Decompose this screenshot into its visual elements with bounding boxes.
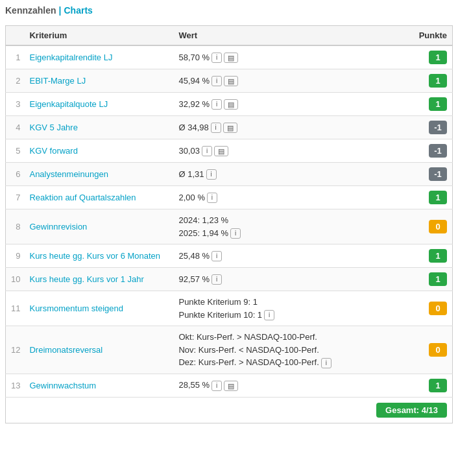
cell-kriterium[interactable]: Eigenkapitalrendite LJ — [24, 45, 173, 69]
wert-line: 32,92 %i▤ — [178, 98, 402, 111]
chart-icon[interactable]: ▤ — [224, 76, 238, 86]
cell-punkte: 1 — [407, 93, 453, 116]
cell-kriterium[interactable]: Kurs heute gg. Kurs vor 6 Monaten — [24, 244, 173, 268]
wert-line: 28,55 %i▤ — [178, 379, 402, 392]
table-row: 8Gewinnrevision2024: 1,23 %2025: 1,94 %i… — [6, 209, 453, 244]
table-row: 7Reaktion auf Quartalszahlen2,00 %i1 — [6, 186, 453, 209]
cell-num: 7 — [6, 186, 25, 209]
charts-link[interactable]: Charts — [64, 5, 93, 16]
wert-line: Dez: Kurs-Perf. > NASDAQ-100-Perf.i — [178, 356, 402, 369]
info-icon[interactable]: i — [321, 358, 331, 368]
cell-wert: Ø 1,31i — [173, 163, 407, 186]
wert-line: Punkte Kriterium 9: 1 — [178, 296, 402, 309]
info-icon[interactable]: i — [211, 123, 221, 133]
info-icon[interactable]: i — [230, 228, 241, 239]
table-row: 5KGV forward30,03i▤-1 — [6, 139, 453, 163]
table-row: 13Gewinnwachstum28,55 %i▤1 — [6, 374, 453, 397]
cell-kriterium[interactable]: Kursmomentum steigend — [24, 291, 173, 326]
table-row: 12DreimonatsreversalOkt: Kurs-Perf. > NA… — [6, 326, 453, 374]
info-icon[interactable]: i — [211, 53, 222, 63]
punkte-badge: 1 — [429, 191, 447, 204]
cell-kriterium[interactable]: KGV forward — [24, 139, 173, 163]
cell-kriterium[interactable]: Eigenkapitalquote LJ — [24, 93, 173, 116]
cell-kriterium[interactable]: Gewinnrevision — [24, 209, 173, 244]
cell-wert: 58,70 %i▤ — [173, 45, 407, 69]
wert-line: Okt: Kurs-Perf. > NASDAQ-100-Perf. — [178, 331, 402, 344]
info-icon[interactable]: i — [202, 146, 212, 156]
cell-num: 13 — [6, 374, 25, 397]
cell-wert: Ø 34,98i▤ — [173, 116, 407, 139]
info-icon[interactable]: i — [211, 274, 222, 285]
punkte-badge: 1 — [429, 272, 447, 286]
table-header-row: Kriterium Wert Punkte — [6, 26, 453, 46]
chart-icon[interactable]: ▤ — [223, 123, 237, 133]
cell-wert: 92,57 %i — [173, 268, 407, 291]
cell-kriterium[interactable]: Reaktion auf Quartalszahlen — [24, 186, 173, 209]
cell-wert: 45,94 %i▤ — [173, 69, 407, 93]
wert-line: 2025: 1,94 %i — [178, 227, 402, 240]
cell-kriterium[interactable]: EBIT-Marge LJ — [24, 69, 173, 93]
cell-punkte: 1 — [407, 244, 453, 268]
table-row: 9Kurs heute gg. Kurs vor 6 Monaten25,48 … — [6, 244, 453, 268]
cell-punkte: -1 — [407, 116, 453, 139]
wert-line: Punkte Kriterium 10: 1i — [178, 309, 402, 322]
kennzahlen-label: Kennzahlen — [5, 5, 56, 16]
punkte-badge: 0 — [429, 220, 447, 233]
table-footer-row: Gesamt: 4/13 — [6, 397, 453, 423]
wert-line: Ø 34,98i▤ — [178, 121, 402, 134]
punkte-badge: 0 — [429, 343, 447, 357]
chart-icon[interactable]: ▤ — [224, 99, 238, 110]
cell-num: 11 — [6, 291, 25, 326]
col-header-wert: Wert — [173, 26, 407, 46]
chart-icon[interactable]: ▤ — [224, 53, 238, 63]
cell-punkte: 1 — [407, 69, 453, 93]
table-row: 10Kurs heute gg. Kurs vor 1 Jahr92,57 %i… — [6, 268, 453, 291]
cell-punkte: 1 — [407, 268, 453, 291]
punkte-badge: -1 — [429, 121, 447, 134]
punkte-badge: 1 — [429, 74, 447, 88]
cell-punkte: -1 — [407, 163, 453, 186]
cell-kriterium[interactable]: Kurs heute gg. Kurs vor 1 Jahr — [24, 268, 173, 291]
info-icon[interactable]: i — [211, 76, 222, 86]
table-row: 4KGV 5 JahreØ 34,98i▤-1 — [6, 116, 453, 139]
cell-num: 4 — [6, 116, 25, 139]
cell-punkte: 0 — [407, 209, 453, 244]
info-icon[interactable]: i — [264, 310, 274, 320]
cell-num: 8 — [6, 209, 25, 244]
cell-wert: 28,55 %i▤ — [173, 374, 407, 397]
kennzahlen-table: Kriterium Wert Punkte 1Eigenkapitalrendi… — [5, 25, 453, 423]
cell-punkte: 1 — [407, 45, 453, 69]
info-icon[interactable]: i — [211, 251, 222, 261]
info-icon[interactable]: i — [211, 99, 222, 110]
col-header-num — [6, 26, 25, 46]
divider: | — [59, 5, 62, 16]
cell-wert: 2,00 %i — [173, 186, 407, 209]
punkte-badge: -1 — [429, 167, 447, 181]
info-icon[interactable]: i — [206, 169, 217, 180]
wert-line: Ø 1,31i — [178, 168, 402, 181]
wert-line: 30,03i▤ — [178, 145, 402, 158]
table-row: 11Kursmomentum steigendPunkte Kriterium … — [6, 291, 453, 326]
info-icon[interactable]: i — [207, 193, 217, 203]
wert-line: 25,48 %i — [178, 250, 402, 263]
info-icon[interactable]: i — [211, 381, 222, 391]
cell-punkte: 1 — [407, 186, 453, 209]
cell-kriterium[interactable]: Analystenmeinungen — [24, 163, 173, 186]
chart-icon[interactable]: ▤ — [214, 146, 228, 156]
punkte-badge: -1 — [429, 144, 447, 158]
cell-kriterium[interactable]: KGV 5 Jahre — [24, 116, 173, 139]
chart-icon[interactable]: ▤ — [224, 381, 238, 391]
table-row: 2EBIT-Marge LJ45,94 %i▤1 — [6, 69, 453, 93]
cell-wert: 30,03i▤ — [173, 139, 407, 163]
cell-punkte: -1 — [407, 139, 453, 163]
cell-kriterium[interactable]: Dreimonatsreversal — [24, 326, 173, 374]
cell-wert: 2024: 1,23 %2025: 1,94 %i — [173, 209, 407, 244]
cell-kriterium[interactable]: Gewinnwachstum — [24, 374, 173, 397]
cell-punkte: 0 — [407, 326, 453, 374]
page-header: Kennzahlen|Charts — [5, 5, 453, 16]
col-header-kriterium: Kriterium — [24, 26, 173, 46]
table-row: 1Eigenkapitalrendite LJ58,70 %i▤1 — [6, 45, 453, 69]
punkte-badge: 1 — [429, 249, 447, 263]
wert-line: 2024: 1,23 % — [178, 214, 402, 227]
wert-line: 92,57 %i — [178, 273, 402, 286]
